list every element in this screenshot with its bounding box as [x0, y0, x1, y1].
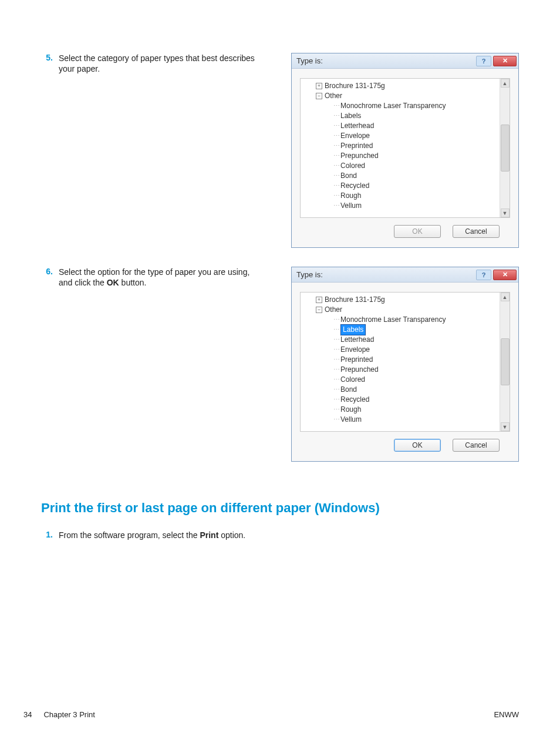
- step-number: 5.: [41, 53, 59, 62]
- close-icon[interactable]: ✕: [493, 56, 517, 66]
- scroll-thumb[interactable]: [501, 338, 510, 385]
- step-5-row: 5. Select the category of paper types th…: [41, 53, 519, 257]
- tree-item[interactable]: Vellum: [340, 201, 362, 211]
- tree-item[interactable]: Colored: [340, 375, 365, 385]
- tree-item[interactable]: Vellum: [340, 415, 362, 425]
- tree-item[interactable]: Brochure 131-175g: [325, 295, 385, 305]
- tree-item[interactable]: Letterhead: [340, 335, 374, 345]
- dialog-body: + Brochure 131-175g − Other ⋯Monochrome …: [292, 69, 518, 247]
- step-number: 6.: [41, 267, 59, 276]
- dialog-buttons: OK Cancel: [300, 432, 510, 453]
- scroll-down-icon[interactable]: ▼: [501, 422, 510, 431]
- tree-content: + Brochure 131-175g − Other ⋯Monochrome …: [301, 293, 500, 431]
- tree-item[interactable]: Bond: [340, 171, 357, 181]
- dialog-body: + Brochure 131-175g − Other ⋯Monochrome …: [292, 283, 518, 461]
- paper-type-tree[interactable]: + Brochure 131-175g − Other ⋯Monochrome …: [300, 78, 510, 218]
- tree-item[interactable]: Recycled: [340, 181, 369, 191]
- ok-button[interactable]: OK: [394, 439, 441, 452]
- tree-item[interactable]: Colored: [340, 161, 365, 171]
- tree-item[interactable]: Monochrome Laser Transparency: [340, 315, 446, 325]
- step-1-row: 1. From the software program, select the…: [41, 530, 519, 540]
- step-number: 1.: [41, 530, 59, 539]
- tree-item[interactable]: Preprinted: [340, 141, 373, 151]
- scroll-up-icon[interactable]: ▲: [501, 79, 510, 88]
- close-icon[interactable]: ✕: [493, 270, 517, 280]
- expand-icon[interactable]: +: [316, 83, 322, 89]
- tree-item[interactable]: Monochrome Laser Transparency: [340, 101, 446, 111]
- type-is-dialog-2: Type is: ? ✕ + Brochure 131-175g − Other: [291, 267, 519, 462]
- tree-item[interactable]: Bond: [340, 385, 357, 395]
- collapse-icon[interactable]: −: [316, 307, 322, 313]
- type-is-dialog-1: Type is: ? ✕ + Brochure 131-175g − Other: [291, 53, 519, 248]
- dialog-titlebar: Type is: ? ✕: [292, 53, 518, 69]
- tree-item[interactable]: Recycled: [340, 395, 369, 405]
- collapse-icon[interactable]: −: [316, 93, 322, 99]
- step-text: From the software program, select the Pr…: [59, 530, 270, 540]
- scroll-down-icon[interactable]: ▼: [501, 209, 510, 217]
- help-icon[interactable]: ?: [476, 270, 491, 280]
- step-text: Select the option for the type of paper …: [59, 267, 270, 288]
- tree-item[interactable]: Envelope: [340, 345, 370, 355]
- scroll-up-icon[interactable]: ▲: [501, 293, 510, 301]
- tree-item[interactable]: Labels: [340, 111, 361, 121]
- tree-item[interactable]: Envelope: [340, 131, 370, 141]
- tree-item[interactable]: Preprinted: [340, 355, 373, 365]
- dialog-title: Type is:: [296, 56, 323, 65]
- tree-item[interactable]: Prepunched: [340, 151, 379, 161]
- section-heading: Print the first or last page on differen…: [41, 500, 519, 516]
- step-6-row: 6. Select the option for the type of pap…: [41, 267, 519, 471]
- page-footer: 34 Chapter 3 Print ENWW: [23, 710, 519, 719]
- expand-icon[interactable]: +: [316, 297, 322, 303]
- footer-right: ENWW: [494, 710, 519, 719]
- dialog-buttons: OK Cancel: [300, 218, 510, 239]
- help-icon[interactable]: ?: [476, 56, 491, 66]
- step-text: Select the category of paper types that …: [59, 53, 270, 74]
- tree-content: + Brochure 131-175g − Other ⋯Monochrome …: [301, 79, 500, 217]
- scrollbar[interactable]: ▲ ▼: [500, 79, 510, 217]
- chapter-label: Chapter 3 Print: [43, 710, 494, 719]
- page-number: 34: [23, 710, 32, 719]
- scrollbar[interactable]: ▲ ▼: [500, 293, 510, 431]
- cancel-button[interactable]: Cancel: [453, 439, 500, 452]
- tree-item-selected[interactable]: Labels: [340, 324, 366, 335]
- dialog-container-2: Type is: ? ✕ + Brochure 131-175g − Other: [291, 267, 519, 471]
- dialog-titlebar: Type is: ? ✕: [292, 267, 518, 283]
- tree-item[interactable]: Rough: [340, 405, 361, 415]
- paper-type-tree[interactable]: + Brochure 131-175g − Other ⋯Monochrome …: [300, 292, 510, 432]
- cancel-button[interactable]: Cancel: [453, 225, 500, 238]
- tree-item[interactable]: Other: [325, 91, 342, 101]
- scroll-thumb[interactable]: [501, 125, 510, 172]
- tree-item[interactable]: Letterhead: [340, 121, 374, 131]
- dialog-title: Type is:: [296, 270, 323, 279]
- dialog-container-1: Type is: ? ✕ + Brochure 131-175g − Other: [291, 53, 519, 257]
- tree-item[interactable]: Rough: [340, 191, 361, 201]
- tree-item[interactable]: Brochure 131-175g: [325, 81, 385, 91]
- tree-item[interactable]: Prepunched: [340, 365, 379, 375]
- tree-item[interactable]: Other: [325, 305, 342, 315]
- ok-button[interactable]: OK: [394, 225, 441, 238]
